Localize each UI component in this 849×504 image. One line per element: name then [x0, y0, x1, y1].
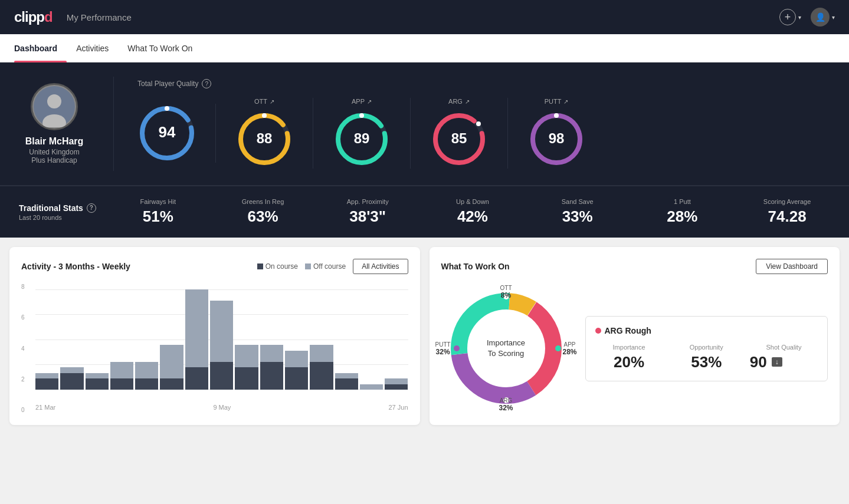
bar-on-course — [310, 362, 333, 390]
all-activities-button[interactable]: All Activities — [353, 259, 408, 274]
stat-fairways: Fairways Hit 51% — [115, 198, 201, 226]
activity-card: Activity - 3 Months - Weekly On course O… — [9, 247, 420, 425]
header-right: + ▾ 👤 ▾ — [779, 8, 835, 27]
bar-on-course — [135, 378, 158, 390]
hero-section: Blair McHarg United Kingdom Plus Handica… — [0, 62, 849, 186]
bar-off-course — [86, 373, 109, 378]
trend-icon: ↗ — [270, 98, 274, 105]
avatar: 👤 — [811, 8, 830, 27]
donut-label-arg: ARG 32% — [499, 397, 513, 412]
svg-text:88: 88 — [257, 130, 273, 146]
bar-group — [60, 289, 83, 390]
bar-group — [210, 289, 233, 390]
svg-point-13 — [359, 113, 364, 118]
chevron-down-icon: ▾ — [798, 14, 801, 21]
header: clippd My Performance + ▾ 👤 ▾ — [0, 0, 849, 34]
tab-what-to-work-on[interactable]: What To Work On — [118, 34, 202, 62]
gauge-putt-label: PUTT ↗ — [545, 98, 569, 105]
bar-on-course — [60, 373, 83, 390]
user-menu[interactable]: 👤 ▾ — [811, 8, 835, 27]
tab-activities[interactable]: Activities — [67, 34, 118, 62]
workon-content: Importance To Scoring OTT 8% APP 28% ARG… — [441, 284, 828, 413]
gauge-ott: OTT ↗ 88 — [216, 98, 313, 169]
arg-gauge-svg: 85 — [430, 110, 489, 169]
bar-on-course — [160, 378, 183, 390]
player-handicap: Plus Handicap — [31, 156, 77, 164]
y-axis: 8 6 4 2 0 — [21, 284, 32, 413]
svg-point-9 — [262, 113, 267, 118]
trad-stats-title: Traditional Stats ? — [19, 203, 96, 213]
bar-off-course — [310, 345, 333, 361]
putt-gauge-svg: 98 — [527, 110, 586, 169]
nav-tabs: Dashboard Activities What To Work On — [0, 34, 849, 62]
svg-text:94: 94 — [159, 123, 176, 141]
bar-on-course — [110, 378, 133, 390]
gauge-arg-label: ARG ↗ — [448, 98, 470, 105]
help-icon[interactable]: ? — [87, 203, 96, 213]
bar-off-course — [235, 345, 258, 367]
player-country: United Kingdom — [29, 148, 79, 156]
add-button[interactable]: + ▾ — [779, 9, 801, 25]
workon-card-header: What To Work On View Dashboard — [441, 259, 828, 274]
bar-on-course — [210, 362, 233, 390]
bar-group — [110, 289, 133, 390]
detail-card-title: ARG Rough — [595, 326, 818, 335]
bar-off-course — [210, 301, 233, 362]
svg-text:98: 98 — [549, 130, 565, 146]
stat-sandsave: Sand Save 33% — [535, 198, 621, 226]
svg-point-1 — [47, 94, 61, 108]
trend-icon: ↗ — [563, 98, 568, 105]
divider — [113, 77, 114, 171]
bar-group — [185, 289, 208, 390]
bar-on-course — [235, 367, 258, 390]
bar-group — [285, 289, 308, 390]
donut-chart: Importance To Scoring OTT 8% APP 28% ARG… — [441, 284, 571, 413]
bar-group — [235, 289, 258, 390]
svg-point-17 — [476, 121, 481, 126]
bar-group — [160, 289, 183, 390]
activity-title: Activity - 3 Months - Weekly — [21, 262, 130, 271]
bottom-section: Activity - 3 Months - Weekly On course O… — [0, 238, 849, 434]
detail-card: ARG Rough Importance 20% Opportunity 53%… — [585, 316, 828, 381]
bar-off-course — [360, 384, 383, 390]
page-title: My Performance — [67, 12, 132, 22]
bar-off-course — [185, 289, 208, 367]
view-dashboard-button[interactable]: View Dashboard — [756, 259, 828, 274]
bar-off-course — [260, 345, 283, 361]
total-gauge-svg: 94 — [137, 104, 196, 163]
bar-off-course — [60, 367, 83, 373]
legend-on-course: On course — [257, 262, 298, 271]
metric-opportunity: Opportunity 53% — [673, 344, 740, 371]
activity-controls: On course Off course All Activities — [257, 259, 408, 274]
svg-point-30 — [454, 345, 460, 351]
on-course-color — [257, 263, 263, 269]
logo: clippd — [14, 9, 53, 25]
tab-dashboard[interactable]: Dashboard — [14, 34, 67, 62]
chevron-down-icon: ▾ — [832, 14, 835, 21]
svg-point-21 — [554, 113, 559, 118]
stat-proximity: App. Proximity 38'3" — [324, 198, 411, 226]
workon-detail: ARG Rough Importance 20% Opportunity 53%… — [585, 316, 828, 381]
bar-on-course — [86, 378, 109, 390]
detail-dot — [595, 328, 601, 334]
trad-stats-section: Traditional Stats ? Last 20 rounds Fairw… — [0, 186, 849, 238]
x-axis: 21 Mar 9 May 27 Jun — [35, 404, 408, 411]
svg-point-29 — [555, 345, 561, 351]
stat-updown: Up & Down 42% — [430, 198, 516, 226]
chart-legend: On course Off course — [257, 262, 346, 271]
help-icon[interactable]: ? — [202, 79, 211, 88]
gauge-app: APP ↗ 89 — [313, 98, 411, 169]
legend-off-course: Off course — [305, 262, 346, 271]
bar-group — [260, 289, 283, 390]
trad-stats-subtitle: Last 20 rounds — [19, 214, 96, 221]
off-course-color — [305, 263, 311, 269]
bar-on-course — [185, 367, 208, 390]
bar-off-course — [385, 378, 408, 384]
trend-icon: ↗ — [465, 98, 470, 105]
bar-off-course — [335, 373, 358, 378]
bar-on-course — [335, 378, 358, 390]
header-left: clippd My Performance — [14, 9, 132, 25]
bar-group — [335, 289, 358, 390]
quality-section: Total Player Quality ? 94 OTT ↗ — [137, 79, 830, 169]
activity-card-header: Activity - 3 Months - Weekly On course O… — [21, 259, 408, 274]
